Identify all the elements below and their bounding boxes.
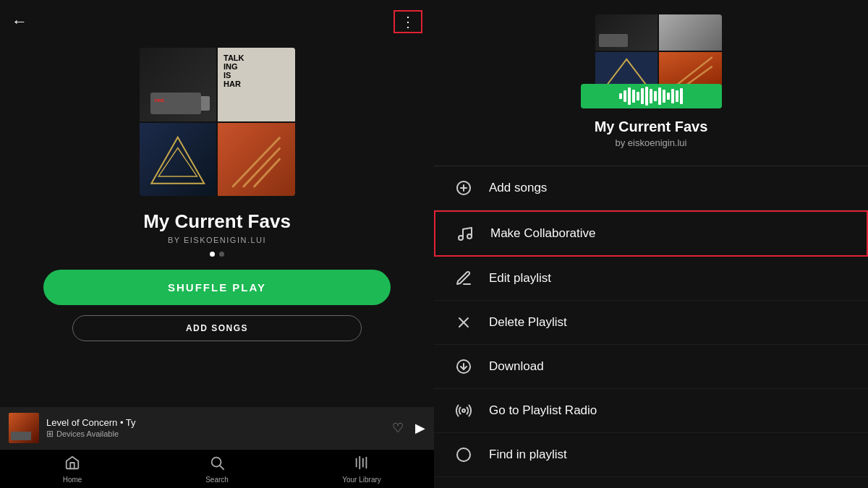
now-playing-controls: ♡ ▶: [392, 420, 425, 436]
playlist-title: My Current Favs: [0, 207, 434, 236]
now-playing-subtitle: ⊞ Devices Available: [46, 429, 385, 439]
shuffle-play-button[interactable]: SHUFFLE PLAY: [43, 270, 391, 305]
rp-playlist-name: My Current Favs: [595, 119, 708, 135]
rp-q1: [595, 14, 658, 51]
menu-item-edit-playlist[interactable]: Edit playlist: [434, 257, 868, 301]
svg-point-17: [459, 236, 463, 240]
menu-item-make-collaborative[interactable]: Make Collaborative: [434, 210, 868, 257]
album-art-container: FIRE TALKINGISHAR: [0, 40, 434, 207]
dot-indicators: [0, 252, 434, 270]
svg-point-24: [457, 448, 470, 461]
svg-point-18: [467, 234, 472, 239]
devices-icon: ⊞: [46, 429, 54, 439]
rp-q2: [659, 14, 722, 51]
heart-button[interactable]: ♡: [392, 420, 404, 436]
lines-art: [218, 123, 295, 197]
left-header: ← ⋮: [0, 0, 434, 40]
add-songs-label: Add songs: [489, 181, 547, 195]
art-quadrant-2: TALKINGISHAR: [218, 48, 295, 121]
now-playing-title: Level of Concern • Ty: [46, 417, 385, 428]
right-panel-header: My Current Favs by eiskoenigin.lui: [434, 0, 868, 166]
people-art: TALKINGISHAR: [218, 48, 295, 121]
audio-wave: [619, 87, 683, 106]
now-playing-bar[interactable]: Level of Concern • Ty ⊞ Devices Availabl…: [0, 407, 434, 449]
triangle-art: [140, 123, 217, 197]
art-quadrant-1: FIRE: [140, 48, 217, 121]
menu-item-download[interactable]: Download: [434, 345, 868, 389]
download-icon: [454, 357, 473, 376]
menu-item-add-songs[interactable]: Add songs: [434, 166, 868, 210]
find-icon: [454, 445, 473, 464]
nav-library[interactable]: Your Library: [289, 455, 434, 484]
left-panel: ← ⋮ FIRE TALKINGISHAR: [0, 0, 434, 488]
music-note-icon: [456, 224, 475, 243]
art-quadrant-4: [218, 123, 295, 197]
play-button[interactable]: ▶: [415, 420, 425, 436]
menu-item-delete-playlist[interactable]: Delete Playlist: [434, 301, 868, 345]
now-playing-thumbnail: [9, 413, 39, 443]
edit-playlist-label: Edit playlist: [489, 271, 551, 286]
rp-art-grid: [595, 14, 722, 94]
pencil-icon: [454, 269, 473, 288]
menu-item-find-in-playlist[interactable]: Find in playlist: [434, 433, 868, 477]
bottom-navigation: Home Search Your Library: [0, 449, 434, 488]
art-quadrant-3: [140, 123, 217, 197]
usb-art: FIRE: [150, 93, 201, 114]
make-collaborative-label: Make Collaborative: [490, 226, 596, 241]
album-art: FIRE TALKINGISHAR: [140, 48, 295, 196]
home-label: Home: [63, 476, 82, 484]
svg-line-3: [243, 147, 280, 187]
back-button[interactable]: ←: [12, 14, 27, 30]
library-label: Your Library: [342, 476, 381, 484]
svg-line-6: [220, 466, 224, 469]
search-label: Search: [205, 476, 229, 484]
svg-line-2: [232, 137, 280, 187]
nav-home[interactable]: Home: [0, 455, 145, 484]
download-label: Download: [489, 359, 544, 374]
playlist-by: BY EISKOENIGIN.LUI: [0, 236, 434, 252]
home-icon: [64, 455, 80, 474]
library-icon: [354, 455, 370, 474]
now-playing-info: Level of Concern • Ty ⊞ Devices Availabl…: [46, 417, 385, 439]
right-panel: My Current Favs by eiskoenigin.lui Add s…: [434, 0, 868, 488]
radio-icon: [454, 401, 473, 420]
rp-album-art: [581, 14, 722, 108]
menu-item-playlist-radio[interactable]: Go to Playlist Radio: [434, 389, 868, 433]
context-menu: Add songs Make Collaborative Edit pla: [434, 166, 868, 477]
svg-point-23: [462, 409, 465, 412]
rp-playlist-by: by eiskoenigin.lui: [615, 137, 686, 148]
plus-circle-icon: [454, 179, 473, 197]
dot-1: [210, 252, 215, 257]
delete-playlist-label: Delete Playlist: [489, 315, 567, 330]
x-icon: [454, 313, 473, 332]
search-icon: [209, 455, 225, 474]
more-options-button[interactable]: ⋮: [393, 10, 422, 33]
add-songs-button[interactable]: ADD SONGS: [72, 315, 362, 341]
find-in-playlist-label: Find in playlist: [489, 448, 567, 462]
playlist-radio-label: Go to Playlist Radio: [489, 403, 597, 418]
dot-2: [219, 252, 224, 257]
nav-search[interactable]: Search: [145, 455, 289, 484]
spotify-bar: [581, 84, 722, 108]
